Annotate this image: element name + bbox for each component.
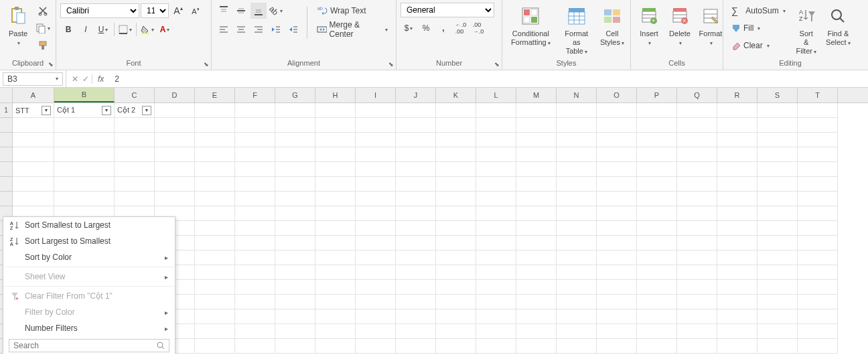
cell[interactable] — [717, 251, 757, 265]
font-size-select[interactable]: 11 — [141, 3, 169, 18]
cell[interactable] — [275, 324, 315, 339]
cell[interactable] — [637, 147, 677, 162]
cell[interactable] — [476, 177, 516, 192]
cell[interactable] — [235, 324, 275, 339]
cell[interactable] — [717, 147, 757, 162]
sort-by-color-item[interactable]: Sort by Color ▸ — [3, 249, 175, 265]
cell[interactable] — [637, 339, 677, 354]
cell[interactable] — [557, 280, 597, 295]
cut-button[interactable] — [35, 3, 51, 19]
cell[interactable] — [235, 295, 275, 309]
cell[interactable] — [235, 206, 275, 221]
cell[interactable] — [637, 265, 677, 280]
font-color-button[interactable]: A▾ — [157, 21, 173, 38]
cell[interactable] — [798, 265, 838, 280]
cell[interactable] — [235, 221, 275, 236]
cell[interactable] — [798, 339, 838, 354]
col-header-H[interactable]: H — [315, 88, 356, 102]
cell[interactable] — [476, 295, 516, 309]
row-header[interactable] — [0, 162, 13, 177]
cell[interactable] — [396, 192, 436, 206]
cell[interactable] — [557, 236, 597, 251]
cell[interactable] — [557, 324, 597, 339]
cell[interactable] — [195, 206, 235, 221]
cell[interactable] — [516, 280, 557, 295]
cell[interactable] — [315, 280, 356, 295]
decrease-decimal-button[interactable]: .00→.0 — [470, 20, 486, 36]
cell[interactable] — [798, 118, 838, 133]
cell[interactable] — [637, 118, 677, 133]
cell[interactable] — [315, 221, 356, 236]
cell[interactable] — [516, 118, 557, 133]
cell[interactable] — [557, 192, 597, 206]
dialog-launcher-icon[interactable]: ⬊ — [204, 61, 209, 68]
cell[interactable] — [798, 103, 838, 118]
cell[interactable] — [235, 118, 275, 133]
cell[interactable] — [275, 147, 315, 162]
cell[interactable] — [436, 280, 476, 295]
cell[interactable] — [315, 251, 356, 265]
number-format-select[interactable]: General — [401, 3, 494, 17]
col-header-I[interactable]: I — [356, 88, 396, 102]
cell[interactable] — [516, 324, 557, 339]
cell[interactable] — [798, 192, 838, 206]
cell[interactable] — [356, 221, 396, 236]
cell[interactable] — [597, 162, 637, 177]
cell[interactable] — [798, 324, 838, 339]
col-header-R[interactable]: R — [717, 88, 757, 102]
dialog-launcher-icon[interactable]: ⬊ — [48, 61, 54, 68]
cell[interactable] — [677, 295, 717, 309]
col-header-Q[interactable]: Q — [677, 88, 717, 102]
cell[interactable] — [597, 103, 637, 118]
cell[interactable] — [757, 206, 798, 221]
cell[interactable] — [557, 251, 597, 265]
cell[interactable] — [235, 339, 275, 354]
cell[interactable] — [757, 133, 798, 147]
cell[interactable] — [356, 206, 396, 221]
cell[interactable] — [677, 177, 717, 192]
cell[interactable] — [275, 192, 315, 206]
cell[interactable] — [396, 206, 436, 221]
cell[interactable] — [195, 236, 235, 251]
cell[interactable] — [195, 309, 235, 324]
col-header-E[interactable]: E — [195, 88, 235, 102]
cell[interactable] — [275, 221, 315, 236]
cell-A1[interactable]: STT ▼ — [13, 103, 54, 118]
cell[interactable] — [155, 192, 195, 206]
cell[interactable] — [315, 236, 356, 251]
cell[interactable] — [757, 162, 798, 177]
cell[interactable] — [356, 118, 396, 133]
cell[interactable] — [356, 177, 396, 192]
cell[interactable] — [717, 324, 757, 339]
cell[interactable] — [436, 206, 476, 221]
cell[interactable] — [677, 221, 717, 236]
cell[interactable] — [476, 147, 516, 162]
cell[interactable] — [516, 206, 557, 221]
cell[interactable] — [195, 324, 235, 339]
cell[interactable] — [315, 324, 356, 339]
row-header-1[interactable]: 1 — [0, 103, 13, 118]
cell[interactable] — [356, 103, 396, 118]
cell[interactable] — [757, 265, 798, 280]
cell[interactable] — [315, 265, 356, 280]
col-header-O[interactable]: O — [597, 88, 637, 102]
cell[interactable] — [13, 118, 54, 133]
cell[interactable] — [476, 192, 516, 206]
cell[interactable] — [235, 192, 275, 206]
cell[interactable] — [637, 221, 677, 236]
cell[interactable] — [436, 251, 476, 265]
cell[interactable] — [516, 221, 557, 236]
cell[interactable] — [115, 147, 155, 162]
cell[interactable] — [396, 133, 436, 147]
italic-button[interactable]: I — [78, 21, 94, 38]
cell[interactable] — [476, 251, 516, 265]
align-bottom-button[interactable] — [250, 3, 267, 19]
cell[interactable] — [757, 236, 798, 251]
cell[interactable] — [757, 221, 798, 236]
cell[interactable] — [637, 295, 677, 309]
cell[interactable] — [396, 162, 436, 177]
merge-center-button[interactable]: Merge & Center▾ — [313, 21, 392, 38]
cell[interactable] — [597, 118, 637, 133]
align-top-button[interactable] — [216, 3, 232, 19]
cell[interactable] — [717, 133, 757, 147]
